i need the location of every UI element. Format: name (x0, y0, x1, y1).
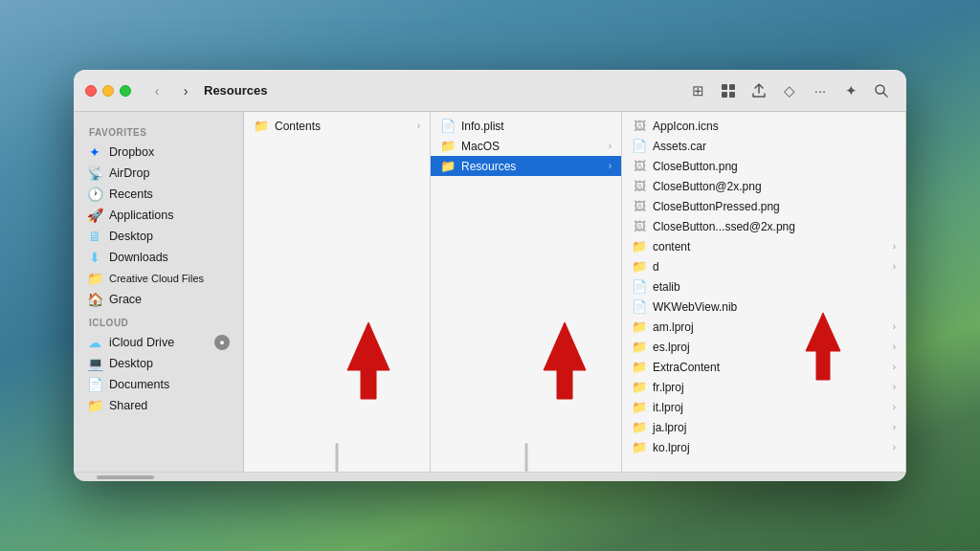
col-resize-handle-2[interactable] (524, 443, 527, 472)
file-icon: 🖼 (632, 179, 647, 193)
file-item-fr-proj[interactable]: 📁 fr.lproj › (622, 377, 905, 397)
file-name: CloseButton@2x.png (653, 180, 762, 193)
traffic-lights (85, 85, 131, 97)
documents-icon: 📄 (87, 377, 102, 392)
file-name: es.lproj (653, 341, 690, 354)
file-name: fr.lproj (653, 381, 684, 394)
sidebar-item-grace[interactable]: 🏠 Grace (78, 289, 239, 310)
folder-icon: 📁 (440, 159, 456, 173)
file-name: ja.lproj (653, 421, 686, 434)
toolbar-icons: ⊞ ◇ ··· ✦ (684, 77, 895, 104)
file-item-closebuttonssed2x[interactable]: 🖼 CloseButton...ssed@2x.png (622, 216, 905, 236)
chevron-icon: › (893, 402, 896, 412)
file-item-contents[interactable]: 📁 Contents › (244, 116, 430, 136)
icloud-badge: ● (214, 335, 230, 350)
sidebar-item-label: AirDrop (109, 166, 149, 180)
file-name: am.lproj (653, 320, 694, 334)
file-item-closebutton[interactable]: 🖼 CloseButton.png (622, 156, 905, 176)
svg-rect-3 (729, 92, 735, 98)
file-name: ko.lproj (653, 441, 690, 454)
chevron-icon: › (893, 342, 896, 352)
folder-icon: 📁 (632, 320, 647, 334)
dropbox-icon[interactable]: ✦ (837, 77, 864, 104)
sidebar-item-documents[interactable]: 📄 Documents (78, 374, 239, 395)
file-item-closebutton2x[interactable]: 🖼 CloseButton@2x.png (622, 176, 905, 196)
scrollbar-track[interactable] (78, 475, 902, 479)
dropbox-icon: ✦ (87, 144, 102, 160)
file-item-d[interactable]: 📁 d › (622, 256, 905, 276)
file-item-es-proj[interactable]: 📁 es.lproj › (622, 337, 905, 357)
sidebar-item-airdrop[interactable]: 📡 AirDrop (78, 163, 239, 184)
file-name: Resources (461, 160, 516, 173)
sidebar-item-downloads[interactable]: ⬇ Downloads (78, 247, 239, 268)
file-item-wkwebview[interactable]: 📄 WKWebView.nib (622, 297, 905, 317)
file-item-ko-proj[interactable]: 📁 ko.lproj › (622, 437, 905, 457)
file-icon: 🖼 (632, 159, 647, 173)
window-title: Resources (204, 83, 267, 98)
file-name: d (653, 260, 659, 274)
grid-icon[interactable] (715, 77, 742, 104)
sidebar-item-label: Recents (109, 187, 153, 201)
file-name: CloseButtonPressed.png (653, 200, 780, 213)
shared-icon: 📁 (87, 398, 102, 413)
main-area: Favorites ✦ Dropbox 📡 AirDrop 🕐 Recents … (74, 112, 906, 472)
scrollbar-thumb[interactable] (97, 475, 154, 479)
more-icon[interactable]: ··· (807, 77, 834, 104)
sidebar-item-label: Shared (109, 399, 147, 412)
search-icon[interactable] (868, 77, 895, 104)
folder-icon: 📁 (632, 440, 647, 454)
file-item-it-proj[interactable]: 📁 it.lproj › (622, 397, 905, 417)
file-item-assets[interactable]: 📄 Assets.car (622, 136, 905, 156)
file-item-etalib[interactable]: 📄 etalib (622, 276, 905, 297)
file-name: Info.plist (461, 120, 504, 133)
file-item-closebuttonpressed[interactable]: 🖼 CloseButtonPressed.png (622, 196, 905, 216)
back-button[interactable]: ‹ (146, 80, 167, 101)
sidebar-item-shared[interactable]: 📁 Shared (78, 395, 239, 416)
file-icon: 📄 (632, 299, 647, 314)
file-name: CloseButton.png (653, 160, 738, 173)
col-resize-handle-1[interactable] (336, 443, 339, 472)
tag-icon[interactable]: ◇ (776, 77, 803, 104)
sidebar: Favorites ✦ Dropbox 📡 AirDrop 🕐 Recents … (74, 112, 244, 472)
svg-rect-2 (722, 92, 727, 98)
sidebar-item-recents[interactable]: 🕐 Recents (78, 184, 239, 205)
file-name: MacOS (461, 140, 500, 153)
close-button[interactable] (85, 85, 97, 97)
maximize-button[interactable] (120, 85, 131, 97)
sidebar-item-desktop[interactable]: 🖥 Desktop (78, 226, 239, 247)
minimize-button[interactable] (102, 85, 114, 97)
icloud-desktop-icon: 💻 (87, 356, 102, 371)
file-icon: 🖼 (632, 199, 647, 213)
titlebar: ‹ › Resources ⊞ ◇ ··· ✦ (74, 70, 906, 112)
forward-button[interactable]: › (175, 80, 196, 101)
file-item-am-proj[interactable]: 📁 am.lproj › (622, 317, 905, 337)
file-name: ExtraContent (653, 361, 720, 374)
file-item-info-plist[interactable]: 📄 Info.plist (431, 116, 621, 136)
view-icon[interactable]: ⊞ (684, 77, 711, 104)
sidebar-item-creative-cloud[interactable]: 📁 Creative Cloud Files (78, 268, 239, 289)
chevron-icon: › (893, 261, 896, 272)
chevron-icon: › (609, 141, 612, 151)
column-2: 📄 Info.plist 📁 MacOS › 📁 Resources › (431, 112, 622, 472)
sidebar-item-icloud-drive[interactable]: ☁ iCloud Drive ● (78, 332, 239, 353)
sidebar-item-applications[interactable]: 🚀 Applications (78, 205, 239, 226)
chevron-icon: › (893, 422, 896, 432)
file-item-macos[interactable]: 📁 MacOS › (431, 136, 621, 156)
scroll-area (74, 472, 906, 481)
file-item-ja-proj[interactable]: 📁 ja.lproj › (622, 417, 905, 437)
file-item-appicon[interactable]: 🖼 AppIcon.icns (622, 116, 905, 136)
file-name: WKWebView.nib (653, 300, 737, 314)
sidebar-item-dropbox[interactable]: ✦ Dropbox (78, 142, 239, 163)
sidebar-item-label: iCloud Drive (109, 336, 174, 349)
icloud-label: iCloud (74, 310, 243, 332)
share-icon[interactable] (746, 77, 772, 104)
sidebar-item-icloud-desktop[interactable]: 💻 Desktop (78, 353, 239, 374)
file-item-resources[interactable]: 📁 Resources › (431, 156, 621, 176)
file-icon: 📄 (440, 119, 456, 133)
file-item-extracontent[interactable]: 📁 ExtraContent › (622, 357, 905, 377)
airdrop-icon: 📡 (87, 165, 102, 181)
column-1: 📁 Contents › (244, 112, 431, 472)
file-item-content[interactable]: 📁 content › (622, 236, 905, 256)
file-name: CloseButton...ssed@2x.png (653, 220, 795, 233)
sidebar-item-label: Desktop (109, 357, 153, 370)
